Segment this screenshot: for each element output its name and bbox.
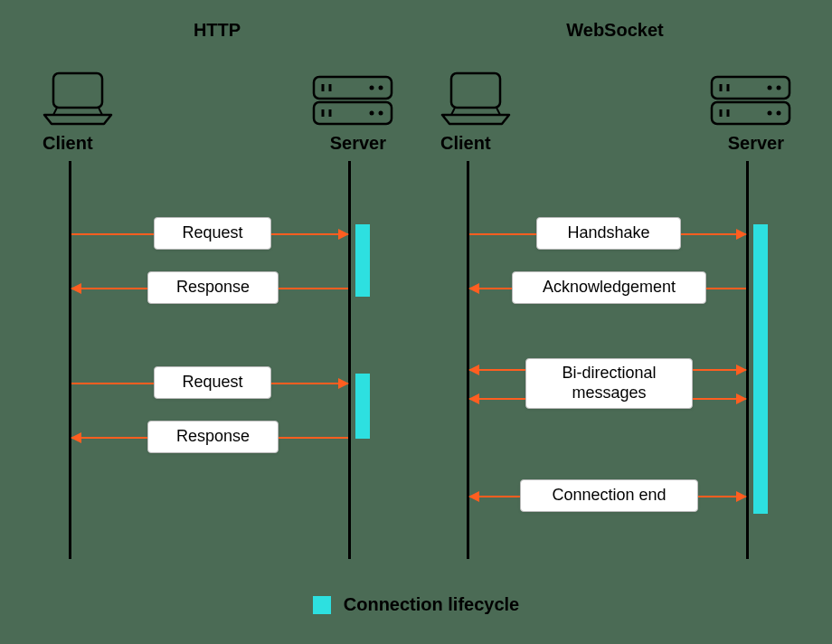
ws-lifecycle — [753, 224, 768, 514]
http-client-line — [69, 161, 71, 559]
http-server-icon-wrap — [312, 75, 393, 128]
server-icon — [312, 75, 393, 128]
svg-point-11 — [370, 111, 374, 116]
http-lane: Request Response Request Response — [32, 161, 402, 559]
http-msg-request1: Request — [154, 217, 271, 250]
ws-client-label: Client — [440, 133, 491, 154]
ws-lane: Handshake Acknowledgement Bi-directional… — [430, 161, 800, 559]
websocket-panel: WebSocket C — [430, 0, 800, 559]
svg-rect-0 — [53, 73, 102, 108]
http-msg-response2: Response — [147, 421, 279, 453]
svg-point-19 — [768, 86, 772, 90]
svg-point-20 — [777, 86, 781, 90]
ws-msg-ack: Acknowledgement — [512, 271, 706, 304]
ws-msg-bi: Bi-directional messages — [525, 358, 693, 409]
http-client-label: Client — [43, 133, 93, 154]
ws-labels-row: Client Server — [430, 128, 800, 154]
websocket-title: WebSocket — [430, 20, 800, 41]
http-lifecycle-2 — [355, 374, 370, 439]
ws-icons-row — [430, 57, 800, 128]
http-server-label: Server — [330, 133, 386, 154]
legend-label: Connection lifecycle — [344, 594, 520, 615]
http-lifecycle-1 — [355, 224, 370, 297]
svg-point-25 — [777, 111, 781, 116]
ws-msg-handshake: Handshake — [536, 217, 681, 250]
ws-server-label: Server — [728, 133, 784, 154]
ws-server-icon-wrap — [710, 75, 791, 128]
svg-point-12 — [379, 111, 383, 116]
ws-msg-end: Connection end — [520, 479, 698, 512]
http-client-icon-wrap — [41, 70, 115, 128]
laptop-icon — [439, 70, 513, 128]
server-icon — [710, 75, 791, 128]
svg-rect-13 — [451, 73, 500, 108]
http-msg-request2: Request — [154, 366, 271, 399]
laptop-icon — [41, 70, 115, 128]
http-title: HTTP — [32, 20, 402, 41]
http-labels-row: Client Server — [32, 128, 402, 154]
legend-swatch — [313, 596, 331, 614]
legend: Connection lifecycle — [0, 594, 832, 615]
ws-client-icon-wrap — [439, 70, 513, 128]
http-server-line — [348, 161, 351, 559]
svg-point-24 — [768, 111, 772, 116]
http-msg-response1: Response — [147, 271, 279, 304]
http-panel: HTTP Client — [32, 0, 402, 559]
svg-point-7 — [379, 86, 383, 90]
svg-point-6 — [370, 86, 374, 90]
http-icons-row — [32, 57, 402, 128]
